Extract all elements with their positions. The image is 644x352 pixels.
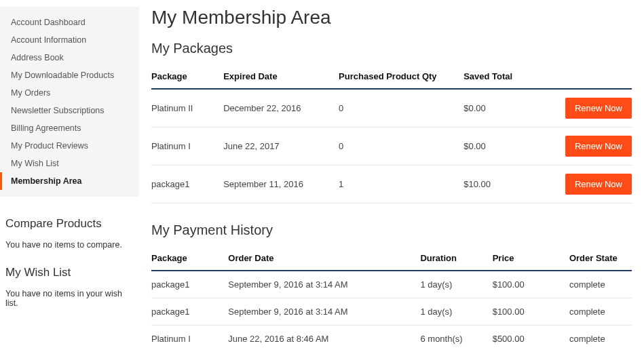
nav-item-membership-area[interactable]: Membership Area	[0, 172, 139, 190]
package-saved: $0.00	[463, 128, 555, 165]
nav-item-account-dashboard[interactable]: Account Dashboard	[0, 14, 139, 31]
main-content: My Membership Area My Packages Package E…	[139, 0, 644, 352]
history-date: September 9, 2016 at 3:14 AM	[228, 298, 420, 326]
packages-row: package1 September 11, 2016 1 $10.00 Ren…	[151, 165, 632, 203]
page-title: My Membership Area	[151, 7, 632, 28]
nav-item-product-reviews[interactable]: My Product Reviews	[0, 137, 139, 155]
wishlist-heading: My Wish List	[5, 266, 134, 279]
packages-row: Platinum I June 22, 2017 0 $0.00 Renew N…	[151, 128, 632, 165]
history-state: complete	[569, 298, 632, 326]
history-row: package1 September 9, 2016 at 3:14 AM 1 …	[151, 271, 632, 298]
packages-th-expired: Expired Date	[223, 64, 339, 89]
history-price: $100.00	[493, 298, 569, 326]
history-th-date: Order Date	[228, 246, 420, 271]
history-row: Platinum I June 22, 2016 at 8:46 AM 6 mo…	[151, 326, 632, 353]
packages-th-qty: Purchased Product Qty	[339, 64, 463, 89]
packages-th-action	[555, 64, 632, 89]
history-th-duration: Duration	[420, 246, 492, 271]
nav-item-downloadable-products[interactable]: My Downloadable Products	[0, 66, 139, 84]
package-link[interactable]: Platinum II	[151, 89, 223, 128]
compare-products-block: Compare Products You have no items to co…	[0, 217, 139, 266]
packages-row: Platinum II December 22, 2016 0 $0.00 Re…	[151, 89, 632, 128]
renew-button[interactable]: Renew Now	[565, 136, 632, 157]
package-expired: December 22, 2016	[223, 89, 339, 128]
history-price: $100.00	[493, 271, 569, 298]
history-duration: 1 day(s)	[420, 271, 492, 298]
sidebar: Account Dashboard Account Information Ad…	[0, 0, 139, 352]
history-th-state: Order State	[569, 246, 632, 271]
compare-heading: Compare Products	[5, 217, 134, 231]
package-link[interactable]: package1	[151, 165, 223, 203]
package-saved: $10.00	[463, 165, 555, 203]
package-qty: 0	[339, 128, 463, 165]
history-package: Platinum I	[151, 326, 228, 353]
history-state: complete	[569, 271, 632, 298]
history-duration: 6 month(s)	[420, 326, 492, 353]
account-nav: Account Dashboard Account Information Ad…	[0, 7, 139, 197]
wishlist-block: My Wish List You have no items in your w…	[0, 266, 139, 324]
history-package: package1	[151, 298, 228, 326]
renew-button[interactable]: Renew Now	[565, 98, 632, 119]
wishlist-empty-text: You have no items in your wish list.	[5, 289, 134, 308]
history-price: $500.00	[493, 326, 569, 353]
packages-heading: My Packages	[151, 41, 632, 56]
renew-button[interactable]: Renew Now	[565, 174, 632, 195]
package-link[interactable]: Platinum I	[151, 128, 223, 165]
history-th-package: Package	[151, 246, 228, 271]
packages-table: Package Expired Date Purchased Product Q…	[151, 64, 632, 203]
compare-empty-text: You have no items to compare.	[5, 240, 134, 250]
history-row: package1 September 9, 2016 at 3:14 AM 1 …	[151, 298, 632, 326]
history-package: package1	[151, 271, 228, 298]
history-th-price: Price	[493, 246, 569, 271]
history-table: Package Order Date Duration Price Order …	[151, 246, 632, 352]
history-duration: 1 day(s)	[420, 298, 492, 326]
nav-item-account-information[interactable]: Account Information	[0, 31, 139, 49]
package-expired: June 22, 2017	[223, 128, 339, 165]
nav-item-address-book[interactable]: Address Book	[0, 49, 139, 66]
history-date: September 9, 2016 at 3:14 AM	[228, 271, 420, 298]
package-expired: September 11, 2016	[223, 165, 339, 203]
package-qty: 0	[339, 89, 463, 128]
history-date: June 22, 2016 at 8:46 AM	[228, 326, 420, 353]
nav-item-billing-agreements[interactable]: Billing Agreements	[0, 119, 139, 137]
nav-item-newsletter-subscriptions[interactable]: Newsletter Subscriptions	[0, 102, 139, 119]
package-saved: $0.00	[463, 89, 555, 128]
package-qty: 1	[339, 165, 463, 203]
packages-th-saved: Saved Total	[463, 64, 555, 89]
nav-item-wish-list[interactable]: My Wish List	[0, 155, 139, 172]
history-state: complete	[569, 326, 632, 353]
packages-th-package: Package	[151, 64, 223, 89]
nav-item-my-orders[interactable]: My Orders	[0, 84, 139, 102]
history-heading: My Payment History	[151, 222, 632, 238]
